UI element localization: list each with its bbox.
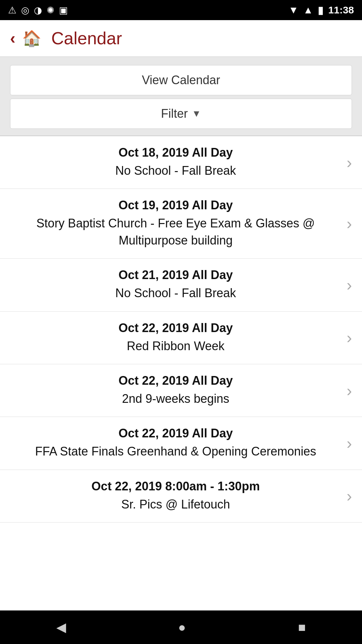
event-content: Oct 18, 2019 All DayNo School - Fall Bre… xyxy=(10,146,341,179)
chevron-down-icon: ▼ xyxy=(192,108,201,119)
event-title: 2nd 9-weeks begins xyxy=(10,390,341,407)
status-right-icons: ▼ ▲ ▮ 11:38 xyxy=(289,4,354,16)
header: ‹ 🏠 Calendar xyxy=(0,20,362,57)
event-title: No School - Fall Break xyxy=(10,285,341,302)
event-title: Red Ribbon Week xyxy=(10,338,341,355)
wifi-icon: ▼ xyxy=(289,4,299,16)
event-content: Oct 22, 2019 All Day2nd 9-weeks begins xyxy=(10,374,341,407)
nav-bar: ◀ ● ■ xyxy=(0,610,362,644)
event-title: FFA State Finals Greenhand & Opening Cer… xyxy=(10,443,341,460)
event-datetime: Oct 22, 2019 All Day xyxy=(10,321,341,335)
event-datetime: Oct 22, 2019 All Day xyxy=(10,426,341,440)
chevron-right-icon: › xyxy=(347,381,352,400)
nav-back-button[interactable]: ◀ xyxy=(56,620,66,635)
nav-recents-button[interactable]: ■ xyxy=(298,620,306,635)
view-calendar-label: View Calendar xyxy=(142,73,220,87)
battery-icon: ▮ xyxy=(318,4,323,16)
nav-home-button[interactable]: ● xyxy=(178,620,186,635)
back-button[interactable]: ‹ xyxy=(10,30,15,46)
event-list-item[interactable]: Oct 22, 2019 8:00am - 1:30pmSr. Pics @ L… xyxy=(0,470,362,523)
app1-icon: ◎ xyxy=(21,5,29,16)
event-datetime: Oct 21, 2019 All Day xyxy=(10,268,341,282)
clock: 11:38 xyxy=(328,4,354,16)
chevron-right-icon: › xyxy=(347,153,352,172)
chevron-right-icon: › xyxy=(347,487,352,505)
event-content: Oct 22, 2019 8:00am - 1:30pmSr. Pics @ L… xyxy=(10,479,341,513)
chevron-right-icon: › xyxy=(347,276,352,294)
event-title: No School - Fall Break xyxy=(10,162,341,179)
status-bar: ⚠ ◎ ◑ ✺ ▣ ▼ ▲ ▮ 11:38 xyxy=(0,0,362,20)
event-datetime: Oct 18, 2019 All Day xyxy=(10,146,341,160)
filter-label: Filter xyxy=(161,107,188,121)
event-content: Oct 22, 2019 All DayFFA State Finals Gre… xyxy=(10,426,341,460)
events-list: Oct 18, 2019 All DayNo School - Fall Bre… xyxy=(0,136,362,610)
clipboard-icon: ▣ xyxy=(59,5,68,16)
event-list-item[interactable]: Oct 22, 2019 All DayFFA State Finals Gre… xyxy=(0,417,362,470)
app2-icon: ◑ xyxy=(34,5,42,16)
event-datetime: Oct 22, 2019 8:00am - 1:30pm xyxy=(10,479,341,493)
event-content: Oct 21, 2019 All DayNo School - Fall Bre… xyxy=(10,268,341,302)
chevron-right-icon: › xyxy=(347,214,352,233)
event-content: Oct 19, 2019 All DayStory Baptist Church… xyxy=(10,198,341,249)
home-icon[interactable]: 🏠 xyxy=(22,29,41,47)
event-content: Oct 22, 2019 All DayRed Ribbon Week xyxy=(10,321,341,355)
event-title: Story Baptist Church - Free Eye Exam & G… xyxy=(10,215,341,249)
event-list-item[interactable]: Oct 21, 2019 All DayNo School - Fall Bre… xyxy=(0,259,362,311)
signal-icon: ▲ xyxy=(303,4,313,16)
event-list-item[interactable]: Oct 22, 2019 All DayRed Ribbon Week› xyxy=(0,312,362,364)
event-list-item[interactable]: Oct 19, 2019 All DayStory Baptist Church… xyxy=(0,189,362,259)
event-title: Sr. Pics @ Lifetouch xyxy=(10,496,341,513)
event-list-item[interactable]: Oct 18, 2019 All DayNo School - Fall Bre… xyxy=(0,136,362,189)
event-datetime: Oct 22, 2019 All Day xyxy=(10,374,341,388)
page-title: Calendar xyxy=(51,28,122,48)
warning-icon: ⚠ xyxy=(8,5,16,16)
chevron-right-icon: › xyxy=(347,328,352,347)
event-datetime: Oct 19, 2019 All Day xyxy=(10,198,341,212)
settings-icon: ✺ xyxy=(47,5,54,16)
event-list-item[interactable]: Oct 22, 2019 All Day2nd 9-weeks begins› xyxy=(0,364,362,417)
chevron-right-icon: › xyxy=(347,434,352,452)
filter-button[interactable]: Filter ▼ xyxy=(10,99,352,129)
view-calendar-button[interactable]: View Calendar xyxy=(10,65,352,95)
status-left-icons: ⚠ ◎ ◑ ✺ ▣ xyxy=(8,5,68,16)
toolbar: View Calendar Filter ▼ xyxy=(0,57,362,136)
